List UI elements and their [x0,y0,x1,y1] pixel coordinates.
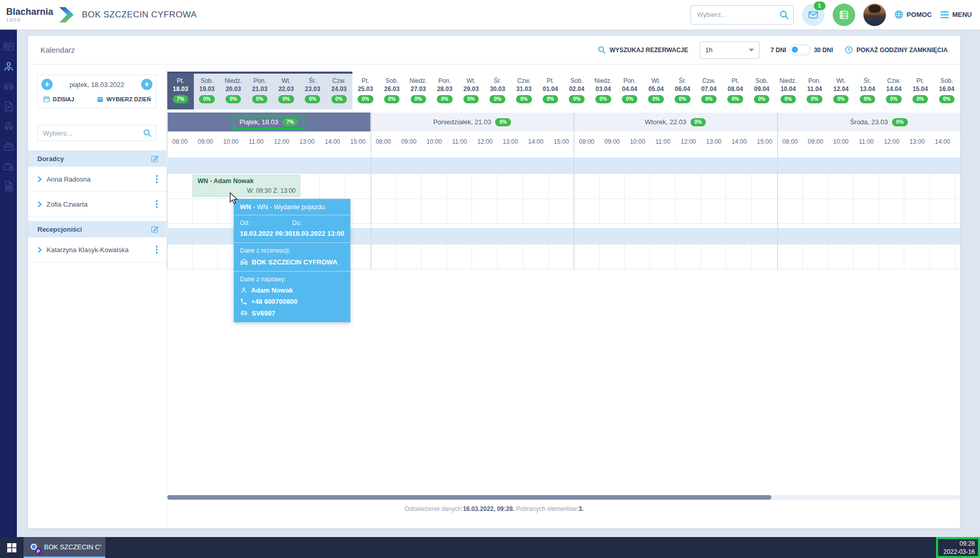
day-band[interactable]: Piątek, 18.037% [167,113,371,131]
expand-toggle[interactable] [37,176,42,183]
menu-button[interactable]: MENU [940,11,972,19]
date-number: 06.04 [675,85,690,93]
date-cell[interactable]: Czw.07.040% [696,74,722,109]
car-icon [3,80,15,93]
hour-label: 12:00 [676,134,701,151]
scrollbar-thumb[interactable] [167,495,771,500]
date-cell[interactable]: Sob.09.040% [748,74,775,109]
find-reservations-button[interactable]: WYSZUKAJ REZERWACJE [597,46,688,54]
expand-toggle[interactable] [37,247,42,253]
messages-button[interactable]: 1 [802,4,825,26]
date-cell[interactable]: Sob.16.040% [933,74,960,109]
day-separator [574,113,574,270]
staff-row[interactable]: Katarzyna Klasyk-Kowalska [28,237,166,262]
date-cell[interactable]: Śr.13.040% [854,74,881,109]
from-value: 18.03.2022 09:30 [240,230,292,237]
rail-carwash-icon[interactable] [3,120,15,132]
row-menu-button[interactable] [154,173,160,185]
date-cell[interactable]: Sob.02.040% [564,74,590,109]
date-cell[interactable]: Niedz.10.040% [775,74,801,109]
group-edit-button[interactable] [150,154,159,163]
show-closing-hours-button[interactable]: POKAŻ GODZINY ZAMKNIĘCIA [844,46,948,54]
date-cell[interactable]: Wt.12.040% [828,74,854,109]
date-cell[interactable]: Niedz.27.030% [405,74,432,109]
date-cell[interactable]: Wt.29.030% [458,74,484,109]
date-cell[interactable]: Pon.04.040% [616,74,643,109]
help-button[interactable]: POMOC [894,10,932,19]
rail-briefcase-clock-icon[interactable] [3,160,15,172]
date-cell[interactable]: Czw.24.030% [326,74,352,109]
modules-button[interactable] [833,4,855,26]
occupancy-pill: 0% [886,95,901,103]
appointment-block[interactable]: WN - Adam NowakW: 09:30 Z: 13:00 [193,175,300,197]
occupancy-pill: 0% [648,95,663,103]
rail-list-icon[interactable] [3,40,15,53]
date-cell[interactable]: Czw.14.040% [881,74,907,109]
date-cell[interactable]: Wt.22.030% [273,74,300,109]
briefcase-clock-icon [3,160,15,172]
hour-label: 13:00 [498,134,523,151]
user-avatar[interactable] [863,4,886,26]
days-toggle[interactable] [790,44,810,55]
occupancy-pill: 0% [939,95,954,103]
date-cell[interactable]: Sob.26.030% [378,74,405,109]
rail-users-icon[interactable] [3,60,15,73]
staff-search-input[interactable] [38,129,143,137]
day-band[interactable]: Środa, 23.030% [777,113,960,131]
search-icon[interactable] [143,128,152,138]
staff-row[interactable]: Zofia Czwarta [28,192,166,217]
group-name: Recepcjoniści [37,226,150,233]
windows-start-button[interactable] [0,537,24,558]
occupancy-pill: 0% [595,95,611,103]
date-cell[interactable]: Pt.25.030% [352,74,379,109]
date-cell[interactable]: Pon.21.030% [247,74,273,109]
date-cell[interactable]: Czw.31.030% [511,74,538,109]
next-day-button[interactable] [141,79,152,90]
date-cell[interactable]: Wt.05.040% [643,74,670,109]
date-cell[interactable]: Pt.01.040% [537,74,564,109]
date-cell[interactable]: Śr.23.030% [299,74,326,109]
date-cell[interactable]: Śr.06.040% [669,74,696,109]
date-day-abbr: Pt. [731,77,739,85]
day-band-label: Środa, 23.030% [850,118,908,126]
search-icon[interactable] [779,10,789,20]
find-reservations-label: WYSZUKAJ REZERWACJE [610,47,688,54]
interval-select[interactable]: 1h [700,41,760,59]
date-cell[interactable]: Sob.19.030% [194,74,220,109]
date-cell[interactable]: Niedz.03.040% [590,74,617,109]
date-cell[interactable]: Pt.08.040% [722,74,749,109]
date-day-abbr: Śr. [679,77,686,85]
date-cell[interactable]: Niedz.20.030% [220,74,247,109]
rail-invoice-icon[interactable] [3,180,15,192]
occupancy-pill: 0% [691,118,706,126]
row-menu-button[interactable] [154,244,160,255]
date-cell[interactable]: Pon.28.030% [432,74,458,109]
expand-toggle[interactable] [37,201,42,208]
today-button[interactable]: DZISIAJ [43,96,74,103]
prev-day-button[interactable] [41,79,53,90]
rail-car-icon[interactable] [3,80,15,93]
date-cell[interactable]: Pt.15.040% [907,74,933,109]
occupancy-pill: 0% [860,95,875,103]
taskbar-clock[interactable]: 09:28 2022-03-16 [936,537,980,558]
pick-day-button[interactable]: WYBIERZ DZIEŃ [97,96,151,103]
date-cell[interactable]: Śr.30.030% [484,74,511,109]
day-band[interactable]: Poniedziałek, 21.030% [371,113,574,131]
day-band[interactable]: Wtorek, 22.030% [574,113,777,131]
schedule-row[interactable]: WN - Adam NowakW: 09:30 Z: 13:00 [167,174,960,199]
staff-row[interactable]: Anna Radosna [28,167,166,192]
date-day-abbr: Śr. [309,77,317,85]
taskbar-app-browser[interactable]: P BOK SZCZECIN CY... [24,537,105,558]
calendar-icon [43,96,50,103]
rail-report-icon[interactable] [3,100,15,113]
group-edit-button[interactable] [150,225,159,234]
date-cell[interactable]: Pt.18.037% [167,74,194,109]
rail-briefcase-icon[interactable] [3,140,15,152]
arrow-right-icon [144,81,150,87]
date-cell[interactable]: Pon.11.040% [801,74,828,109]
date-number: 12.04 [833,85,849,93]
clock-time: 09:28 [960,540,975,548]
horizontal-scrollbar [167,495,960,500]
date-day-abbr: Sob. [941,77,953,85]
row-menu-button[interactable] [154,198,160,210]
